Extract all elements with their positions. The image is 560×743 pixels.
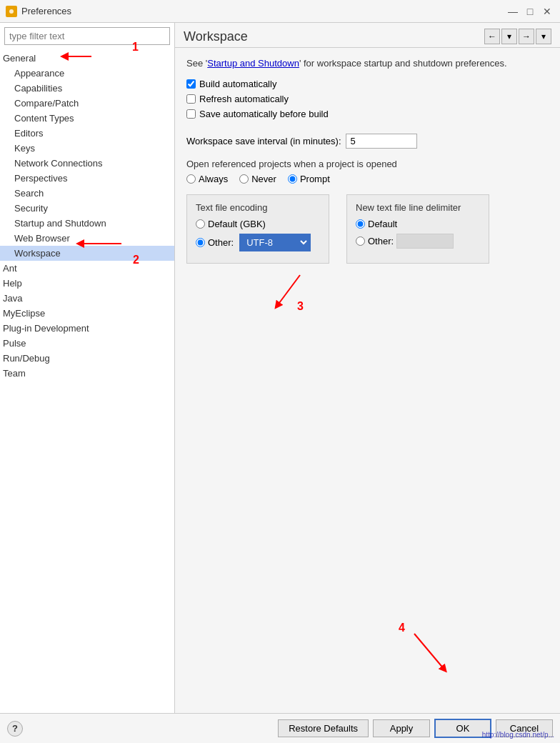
sidebar-item-startup-shutdown[interactable]: Startup and Shutdown [0,216,174,231]
sidebar-item-perspectives[interactable]: Perspectives [0,171,174,186]
app-icon [6,6,17,17]
sidebar-item-capabilities[interactable]: Capabilities [0,81,174,96]
encoding-default-radio[interactable] [196,219,205,229]
sidebar-item-help[interactable]: Help [0,276,174,291]
refresh-auto-checkbox[interactable] [186,94,196,104]
sidebar-item-plugin-development[interactable]: Plug-in Development [0,321,174,336]
build-auto-checkbox[interactable] [186,79,196,89]
sidebar-item-ant[interactable]: Ant [0,261,174,276]
encoding-default-label[interactable]: Default (GBK) [208,219,266,229]
sidebar: General Appearance Capabilities Compare/… [0,23,175,713]
window-title: Preferences [21,6,501,16]
save-interval-label: Workspace save interval (in minutes): [186,136,341,146]
line-other-radio[interactable] [356,236,365,246]
radio-never-label[interactable]: Never [239,174,276,184]
sidebar-item-content-types[interactable]: Content Types [0,111,174,126]
line-default-row: Default [356,219,480,229]
encoding-default-row: Default (GBK) [196,219,320,229]
line-delimiter-box: New text file line delimiter Default Oth… [346,194,489,264]
save-auto-checkbox[interactable] [186,109,196,119]
content-body: See 'Startup and Shutdown' for workspace… [175,48,560,713]
sidebar-item-team[interactable]: Team [0,366,174,381]
minimize-button[interactable]: — [506,4,520,19]
startup-link-text: See 'Startup and Shutdown' for workspace… [186,58,549,69]
bottom-bar: ? Restore Defaults Apply OK Cancel [0,713,560,743]
svg-point-1 [9,9,14,14]
sidebar-item-pulse[interactable]: Pulse [0,336,174,351]
encoding-delimiter-row: Text file encoding Default (GBK) Other: … [186,194,549,264]
nav-buttons: ← ▾ → ▾ [484,29,551,44]
close-button[interactable]: ✕ [540,4,554,19]
tree: General Appearance Capabilities Compare/… [0,49,174,713]
sidebar-item-editors[interactable]: Editors [0,126,174,141]
sidebar-item-network-connections[interactable]: Network Connections [0,156,174,171]
back-button[interactable]: ← [484,29,500,44]
line-other-input [396,234,454,249]
help-button[interactable]: ? [7,721,23,737]
radio-always[interactable] [186,174,196,184]
line-other-row: Other: [356,234,480,249]
save-interval-row: Workspace save interval (in minutes): [186,134,549,149]
main-area: General Appearance Capabilities Compare/… [0,23,560,713]
build-auto-label[interactable]: Build automatically [199,79,276,89]
line-other-label[interactable]: Other: [368,236,394,246]
refresh-auto-label[interactable]: Refresh automatically [199,94,289,104]
encoding-other-label[interactable]: Other: [208,237,234,248]
build-auto-row: Build automatically [186,79,549,89]
title-bar: Preferences — □ ✕ [0,0,560,23]
startup-link[interactable]: Startup and Shutdown [207,58,299,69]
open-projects-label: Open referenced projects when a project … [186,159,549,169]
radio-always-label[interactable]: Always [186,174,228,184]
radio-never[interactable] [239,174,249,184]
page-title: Workspace [184,29,248,44]
ok-button[interactable]: OK [434,719,491,738]
save-auto-row: Save automatically before build [186,109,549,119]
encoding-other-row: Other: UTF-8 UTF-16 ISO-8859-1 GBK [196,234,320,251]
sidebar-item-compare-patch[interactable]: Compare/Patch [0,96,174,111]
sidebar-item-java[interactable]: Java [0,291,174,306]
content-header: Workspace ← ▾ → ▾ [175,23,560,48]
sidebar-item-appearance[interactable]: Appearance [0,66,174,81]
sidebar-item-myeclipse[interactable]: MyEclipse [0,306,174,321]
open-projects-radio-row: Always Never Prompt [186,174,549,184]
encoding-dropdown[interactable]: UTF-8 UTF-16 ISO-8859-1 GBK [239,234,311,251]
refresh-auto-row: Refresh automatically [186,94,549,104]
encoding-box: Text file encoding Default (GBK) Other: … [186,194,329,264]
sidebar-item-web-browser[interactable]: Web Browser [0,231,174,246]
sidebar-item-general[interactable]: General [0,51,174,66]
line-delimiter-title: New text file line delimiter [356,202,480,213]
maximize-button[interactable]: □ [523,4,537,19]
forward-button[interactable]: → [519,29,534,44]
sidebar-item-workspace[interactable]: Workspace [0,246,174,261]
apply-button[interactable]: Apply [373,719,430,737]
encoding-title: Text file encoding [196,202,320,213]
sidebar-item-security[interactable]: Security [0,201,174,216]
radio-prompt-label[interactable]: Prompt [288,174,330,184]
nav-dropdown-button[interactable]: ▾ [501,29,517,44]
line-default-label[interactable]: Default [368,219,397,229]
sidebar-item-keys[interactable]: Keys [0,141,174,156]
restore-defaults-button[interactable]: Restore Defaults [278,719,369,737]
line-default-radio[interactable] [356,219,365,229]
bottom-buttons: Restore Defaults Apply OK Cancel [278,719,553,738]
radio-prompt[interactable] [288,174,297,184]
sidebar-item-search[interactable]: Search [0,186,174,201]
forward-dropdown-button[interactable]: ▾ [536,29,551,44]
encoding-other-radio[interactable] [196,238,205,247]
window-controls: — □ ✕ [506,4,554,19]
save-interval-input[interactable] [346,134,417,149]
content-panel: Workspace ← ▾ → ▾ See 'Startup and Shutd… [175,23,560,713]
save-auto-label[interactable]: Save automatically before build [199,109,329,119]
filter-input[interactable] [4,27,170,45]
sidebar-item-run-debug[interactable]: Run/Debug [0,351,174,366]
cancel-button[interactable]: Cancel [496,719,553,737]
